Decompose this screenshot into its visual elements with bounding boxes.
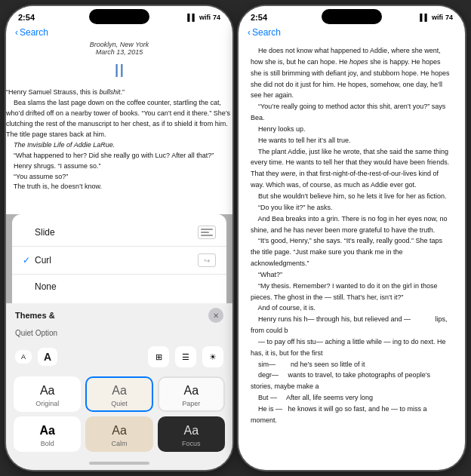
theme-original-aa: Aa (40, 384, 55, 398)
theme-focus[interactable]: Aa Focus (158, 416, 225, 452)
close-button[interactable]: ✕ (208, 308, 223, 323)
theme-calm-label: Calm (111, 440, 127, 447)
left-home-indicator (6, 456, 232, 470)
theme-paper[interactable]: Aa Paper (158, 376, 225, 412)
theme-paper-aa: Aa (184, 384, 199, 398)
theme-quiet[interactable]: Aa Quiet (85, 376, 152, 412)
app-container: 2:54 ▌▌ wifi 74 ‹ Search Brooklyn, New Y… (0, 0, 471, 476)
theme-bold[interactable]: Aa Bold (14, 416, 81, 452)
right-status-icons: ▌▌ wifi 74 (420, 14, 453, 21)
slide-options-list: ✓ Slide ✓ (12, 214, 226, 303)
left-status-time: 2:54 (18, 13, 35, 22)
left-phone: 2:54 ▌▌ wifi 74 ‹ Search Brooklyn, New Y… (6, 6, 232, 470)
curl-icon: ↪ (198, 253, 216, 267)
font-decrease-button[interactable]: A (15, 350, 32, 364)
book-paragraph: “Henry Samuel Strauss, this is bullshit.… (6, 88, 232, 192)
left-back-button[interactable]: ‹ Search (15, 27, 48, 38)
slide-option-slide[interactable]: ✓ Slide (12, 219, 226, 247)
theme-paper-label: Paper (182, 400, 200, 407)
right-status-time: 2:54 (251, 13, 267, 22)
left-nav-bar: ‹ Search (6, 26, 232, 41)
themes-bar: Themes & ✕ (6, 303, 232, 327)
dynamic-island (89, 9, 149, 24)
chapter-number: II (6, 60, 232, 81)
slide-option-curl[interactable]: ✓ Curl ↪ (12, 247, 226, 275)
font-style-button[interactable]: ⊞ (148, 346, 169, 367)
theme-focus-label: Focus (182, 440, 201, 447)
left-status-icons: ▌▌ wifi 74 (187, 14, 220, 21)
slide-menu: ✓ Slide ✓ (12, 214, 226, 303)
theme-bold-label: Bold (41, 440, 54, 447)
left-book-content: Brooklyn, New YorkMarch 13, 2015 II “Hen… (6, 41, 232, 192)
theme-calm[interactable]: Aa Calm (85, 416, 152, 452)
right-dynamic-island (322, 9, 382, 24)
brightness-button[interactable]: ☀ (202, 346, 223, 367)
theme-quiet-label: Quiet (111, 400, 128, 407)
right-book-content: He does not know what happened to Addie,… (239, 41, 465, 470)
theme-quiet-aa: Aa (112, 384, 127, 398)
quiet-option-label: Quiet Option (6, 327, 232, 342)
theme-original-label: Original (35, 400, 59, 407)
right-phone-inner: He does not know what happened to Addie,… (239, 41, 465, 470)
overlay-panel: ✓ Slide ✓ (6, 214, 232, 470)
themes-label: Themes & (15, 311, 55, 320)
font-format-button[interactable]: ☰ (175, 346, 196, 367)
theme-original[interactable]: Aa Original (14, 376, 81, 412)
font-controls: A A ⊞ ☰ ☀ (6, 342, 232, 372)
theme-grid: Aa Original Aa Quiet Aa Paper Aa Bold Aa (6, 372, 232, 456)
right-nav-bar: ‹ Search (239, 26, 465, 41)
theme-bold-aa: Aa (39, 424, 54, 438)
right-phone: 2:54 ▌▌ wifi 74 ‹ Search He does not kno… (239, 6, 465, 470)
theme-calm-aa: Aa (112, 424, 127, 438)
slide-icon (198, 226, 216, 239)
book-location: Brooklyn, New YorkMarch 13, 2015 (6, 41, 232, 56)
font-increase-button[interactable]: A (38, 348, 57, 366)
slide-option-none[interactable]: ✓ None (12, 275, 226, 299)
right-back-button[interactable]: ‹ Search (248, 27, 281, 38)
theme-focus-aa: Aa (184, 424, 199, 438)
